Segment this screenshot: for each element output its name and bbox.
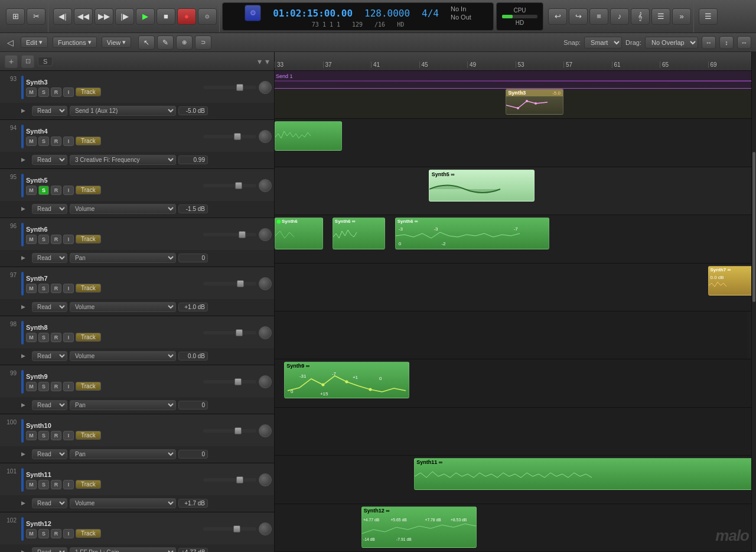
fader-101[interactable] xyxy=(203,478,256,482)
mute-btn-94[interactable]: M xyxy=(26,137,37,146)
clip-synth12[interactable]: Synth12 ∞ +4.77 dB +5.65 dB +7.78 dB +8.… xyxy=(361,506,477,548)
input-btn-95[interactable]: I xyxy=(63,186,74,195)
fader-96[interactable] xyxy=(203,233,256,236)
filter-button[interactable]: ▾ xyxy=(258,57,262,66)
solo-btn-98[interactable]: S xyxy=(38,333,49,342)
input-btn-102[interactable]: I xyxy=(63,529,74,538)
track-type-btn-101[interactable]: Track xyxy=(76,480,101,489)
metronome-button[interactable]: ⚙ xyxy=(245,5,261,21)
properties-button[interactable]: ☰ xyxy=(699,8,718,25)
record-btn-97[interactable]: R xyxy=(51,284,61,293)
clip-synth6b[interactable]: Synth6 ∞ xyxy=(333,217,386,249)
expand-102[interactable]: ▶ xyxy=(21,549,30,552)
param-select-94[interactable]: 3 Creative Fi: Frequency xyxy=(70,155,176,165)
read-select-96[interactable]: Read xyxy=(32,253,67,263)
record-button[interactable]: ● xyxy=(177,8,196,25)
expand-98[interactable]: ▶ xyxy=(21,353,30,359)
input-btn-98[interactable]: I xyxy=(63,333,74,342)
read-select-100[interactable]: Read xyxy=(32,449,67,459)
input-btn-100[interactable]: I xyxy=(63,431,74,440)
content-cell-98[interactable] xyxy=(275,311,756,359)
fader-98[interactable] xyxy=(203,331,256,335)
clip-synth6c[interactable]: Synth6 ∞ -3 -3 -7 -2 0 xyxy=(395,217,549,249)
volume-knob-98[interactable] xyxy=(259,326,272,339)
read-select-99[interactable]: Read xyxy=(32,400,67,410)
back-to-start-button[interactable]: ◀| xyxy=(53,8,72,25)
expand-99[interactable]: ▶ xyxy=(21,402,30,408)
mute-btn-100[interactable]: M xyxy=(26,431,37,440)
param-select-95[interactable]: Volume xyxy=(70,204,176,214)
solo-all-button[interactable]: S xyxy=(38,57,53,66)
solo-btn-93[interactable]: S xyxy=(38,87,49,97)
volume-knob-99[interactable] xyxy=(259,375,272,388)
input-btn-94[interactable]: I xyxy=(63,137,74,146)
link-button[interactable]: ↔ xyxy=(702,36,716,49)
fader-thumb-96[interactable] xyxy=(239,231,246,238)
param-select-99[interactable]: Pan xyxy=(70,400,176,410)
solo-btn-100[interactable]: S xyxy=(38,431,49,440)
content-cell-94[interactable] xyxy=(275,119,756,166)
eraser-tool[interactable]: ⊕ xyxy=(176,35,193,50)
expand-97[interactable]: ▶ xyxy=(21,304,30,310)
content-cell-99[interactable]: Synth9 ∞ -31 -7 +1 0 0 +15 xyxy=(275,359,756,407)
zoom-vert-button[interactable]: ↕ xyxy=(719,36,734,49)
fader-thumb-97[interactable] xyxy=(237,280,244,287)
functions-menu[interactable]: Functions ▾ xyxy=(53,37,97,48)
play-button[interactable]: ▶ xyxy=(136,8,155,25)
solo-btn-94[interactable]: S xyxy=(38,137,49,146)
volume-knob-95[interactable] xyxy=(259,179,272,192)
solo-btn-96[interactable]: S xyxy=(38,235,49,244)
record-btn-99[interactable]: R xyxy=(51,382,61,391)
expand-93[interactable]: ▶ xyxy=(21,108,30,113)
read-select-98[interactable]: Read xyxy=(32,351,67,361)
toolbar-btn-grid[interactable]: ⊞ xyxy=(6,8,25,25)
header-dropdown-button[interactable]: ▾ xyxy=(265,57,269,66)
list-button[interactable]: ☰ xyxy=(651,8,670,25)
content-cell-101[interactable]: Synth11 ∞ xyxy=(275,456,756,503)
fader-thumb-98[interactable] xyxy=(236,329,243,336)
read-select-97[interactable]: Read xyxy=(32,302,67,312)
track-type-btn-95[interactable]: Track xyxy=(76,186,101,194)
mute-btn-99[interactable]: M xyxy=(26,382,37,391)
volume-knob-96[interactable] xyxy=(259,228,272,241)
mute-btn-98[interactable]: M xyxy=(26,333,37,342)
edit-menu[interactable]: Edit ▾ xyxy=(21,37,48,48)
fader-94[interactable] xyxy=(203,135,256,138)
record-btn-94[interactable]: R xyxy=(51,137,61,146)
expand-94[interactable]: ▶ xyxy=(21,157,30,163)
rewind-button[interactable]: ◀◀ xyxy=(74,8,93,25)
content-cell-95[interactable]: Synth5 ∞ xyxy=(275,167,756,215)
record-btn-98[interactable]: R xyxy=(51,333,61,342)
pencil-tool[interactable]: ✎ xyxy=(157,35,174,50)
track-type-btn-102[interactable]: Track xyxy=(76,529,101,538)
cursor-tool[interactable]: ↖ xyxy=(138,35,155,50)
volume-knob-97[interactable] xyxy=(259,277,272,290)
zoom-horiz-button[interactable]: ↔ xyxy=(737,36,751,49)
piano-roll-button[interactable]: ♪ xyxy=(610,8,629,25)
track-type-btn-96[interactable]: Track xyxy=(76,235,101,243)
content-scroll[interactable]: Send 1 Synth3 -5.0 dB -5.0 xyxy=(275,71,756,552)
track-type-btn-93[interactable]: Track xyxy=(76,87,101,96)
track-type-btn-98[interactable]: Track xyxy=(76,333,101,342)
solo-btn-95[interactable]: S xyxy=(38,186,49,195)
content-cell-97[interactable]: Synth7 ∞ 0.0 dB xyxy=(275,264,756,311)
clip-synth11[interactable]: Synth11 ∞ xyxy=(414,458,756,490)
input-btn-93[interactable]: I xyxy=(63,87,74,97)
folder-button[interactable]: ⊡ xyxy=(21,55,34,68)
fader-thumb-94[interactable] xyxy=(234,133,241,140)
zoom-tool[interactable]: ⊃ xyxy=(195,35,211,50)
read-select-102[interactable]: Read xyxy=(32,547,67,553)
record-btn-95[interactable]: R xyxy=(51,186,61,195)
clip-synth3[interactable]: Synth3 -5.0 dB -5.0 xyxy=(506,89,563,115)
volume-knob-100[interactable] xyxy=(259,424,272,437)
clip-synth7[interactable]: Synth7 ∞ 0.0 dB xyxy=(708,266,757,296)
record-btn-101[interactable]: R xyxy=(51,480,61,489)
score-button[interactable]: 𝄞 xyxy=(631,8,650,25)
solo-btn-102[interactable]: S xyxy=(38,529,49,538)
param-select-93[interactable]: Send 1 (Aux 12) xyxy=(70,106,176,116)
record-btn-93[interactable]: R xyxy=(51,87,61,97)
input-btn-101[interactable]: I xyxy=(63,480,74,489)
param-select-102[interactable]: 1 FF Pro-L: Gain xyxy=(70,547,176,553)
mute-btn-95[interactable]: M xyxy=(26,186,37,195)
param-select-100[interactable]: Pan xyxy=(70,449,176,459)
